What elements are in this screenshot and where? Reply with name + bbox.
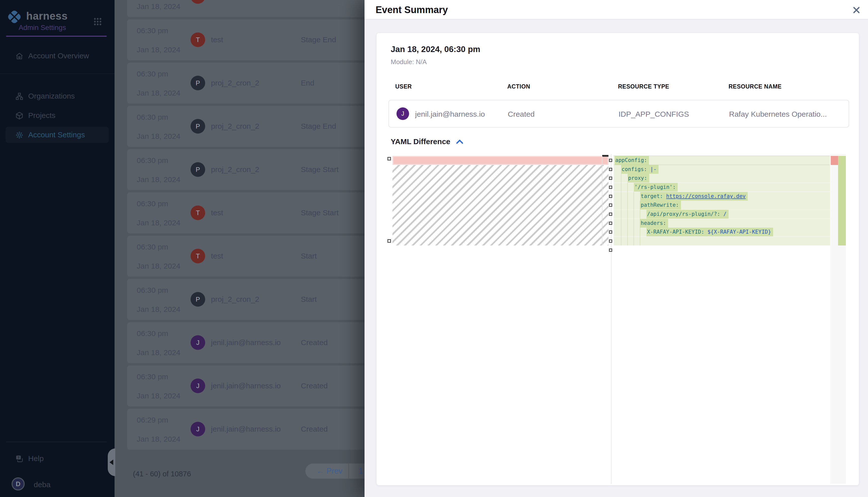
diff-line-marker[interactable] (609, 213, 612, 216)
sidebar-section-divider (0, 73, 114, 74)
col-header-action: ACTION (507, 83, 530, 90)
close-icon[interactable] (852, 5, 861, 15)
event-table-row: J jenil.jain@harness.io Created IDP_APP_… (388, 100, 849, 128)
user-avatar: D (12, 478, 25, 491)
diff-line-marker[interactable] (609, 239, 612, 243)
row-user: jenil.jain@harness.io (415, 110, 485, 118)
yaml-difference-label: YAML Difference (391, 137, 450, 146)
cube-icon (15, 111, 24, 120)
yaml-line: pathRewrite: (614, 201, 830, 210)
page-1-button[interactable]: 1 (359, 467, 363, 475)
svg-text:?: ? (18, 456, 19, 459)
row-avatar: T (191, 205, 205, 220)
org-icon (15, 92, 24, 101)
logo-text: harness (26, 10, 68, 22)
collapse-arrow-icon (110, 459, 113, 465)
event-summary-card: Jan 18, 2024, 06:30 pm Module: N/A USER … (376, 33, 859, 485)
diff-left-ruler-mark (602, 155, 608, 157)
indent-guide (634, 191, 634, 245)
event-datetime: Jan 18, 2024, 06:30 pm (391, 44, 480, 54)
yaml-difference-toggle[interactable]: YAML Difference (391, 137, 464, 147)
yaml-line: appConfig: (614, 156, 830, 165)
diff-line-marker[interactable] (609, 230, 612, 234)
sidebar-item-organizations[interactable]: Organizations (5, 88, 109, 104)
yaml-line: target: https://console.rafay.dev (614, 192, 830, 201)
sidebar-subtitle: Admin Settings (19, 24, 66, 32)
row-avatar: J (191, 422, 205, 436)
diff-left-ruler-line (602, 156, 603, 245)
yaml-line: proxy: (614, 174, 830, 183)
col-header-resource-name: RESOURCE NAME (729, 83, 782, 90)
diff-line-marker[interactable] (609, 195, 612, 198)
overview-removed-mark (831, 156, 838, 165)
row-resource-type: IDP_APP_CONFIGS (619, 110, 689, 118)
diff-line-marker[interactable] (609, 168, 612, 171)
help-chat-icon: ? (15, 454, 24, 463)
row-avatar: P (191, 119, 205, 133)
row-avatar: T (191, 32, 205, 47)
diff-removed-line (392, 156, 608, 165)
row-avatar: T (191, 249, 205, 263)
col-header-resource-type: RESOURCE TYPE (618, 83, 669, 90)
row-avatar: P (191, 76, 205, 90)
overview-added-mark (838, 156, 846, 245)
row-avatar: J (191, 379, 205, 393)
app-grid-icon[interactable] (94, 18, 102, 26)
event-module: Module: N/A (391, 58, 427, 66)
indent-guide (640, 201, 640, 245)
yaml-line: X-RAFAY-API-KEYID: ${X-RAFAY-API-KEYID} (614, 228, 830, 237)
sidebar-bottom-divider (6, 442, 107, 442)
yaml-line: '/rs-plugin': (614, 183, 830, 191)
yaml-link[interactable]: https://console.rafay.dev (666, 193, 746, 199)
yaml-line: /api/proxy/rs-plugin/?: / (614, 210, 830, 218)
diff-marker-square[interactable] (387, 157, 391, 160)
sidebar: harness Admin Settings Account OverviewO… (0, 0, 114, 497)
gear-icon (15, 131, 24, 139)
diff-line-marker[interactable] (609, 248, 612, 252)
diff-line-marker[interactable] (609, 222, 612, 225)
diff-marker-square[interactable] (387, 239, 391, 243)
row-avatar: P (191, 292, 205, 307)
col-header-user: USER (395, 83, 412, 90)
yaml-diff-editor: appConfig:configs: |-proxy:'/rs-plugin':… (385, 154, 846, 484)
prev-page-button[interactable]: ← Prev (316, 467, 342, 475)
sidebar-item-account-settings[interactable]: Account Settings (5, 127, 109, 143)
yaml-line-empty (614, 237, 830, 245)
diff-empty-region-hatch (392, 165, 608, 245)
home-icon (15, 52, 24, 60)
sidebar-item-account-overview[interactable]: Account Overview (5, 48, 109, 64)
drawer-header: Event Summary (364, 0, 868, 19)
diff-line-marker[interactable] (609, 159, 612, 162)
diff-line-marker[interactable] (609, 203, 612, 207)
harness-logo-icon (6, 9, 22, 25)
sidebar-logo-divider (6, 36, 107, 37)
pagination-range: (41 - 60) of 10876 (133, 470, 191, 478)
yaml-line: headers: (614, 219, 830, 228)
screen: harness Admin Settings Account OverviewO… (0, 0, 868, 497)
yaml-line: configs: |- (614, 165, 830, 174)
row-action: Created (508, 110, 535, 118)
sidebar-item-help[interactable]: ? Help (5, 451, 109, 467)
pagination-divider (348, 464, 349, 479)
sidebar-user[interactable]: D deba (5, 477, 109, 495)
row-avatar: P (191, 162, 205, 177)
indent-guide (621, 174, 621, 245)
diff-line-marker[interactable] (609, 186, 612, 189)
user-name: deba (34, 480, 51, 489)
indent-guide (627, 183, 628, 245)
sidebar-item-projects[interactable]: Projects (5, 108, 109, 124)
help-label: Help (28, 454, 44, 463)
event-summary-drawer: Event Summary Jan 18, 2024, 06:30 pm Mod… (364, 0, 868, 497)
drawer-title: Event Summary (376, 4, 448, 15)
chevron-up-icon (456, 139, 464, 144)
row-avatar: J (191, 335, 205, 350)
row-avatar: T (191, 0, 205, 4)
sidebar-collapse-handle[interactable] (108, 449, 115, 476)
row-resource-name: Rafay Kubernetes Operatio... (729, 110, 827, 118)
left-arrow-icon: ← (316, 467, 324, 475)
row-avatar: J (397, 108, 409, 120)
diff-line-marker[interactable] (609, 176, 612, 180)
